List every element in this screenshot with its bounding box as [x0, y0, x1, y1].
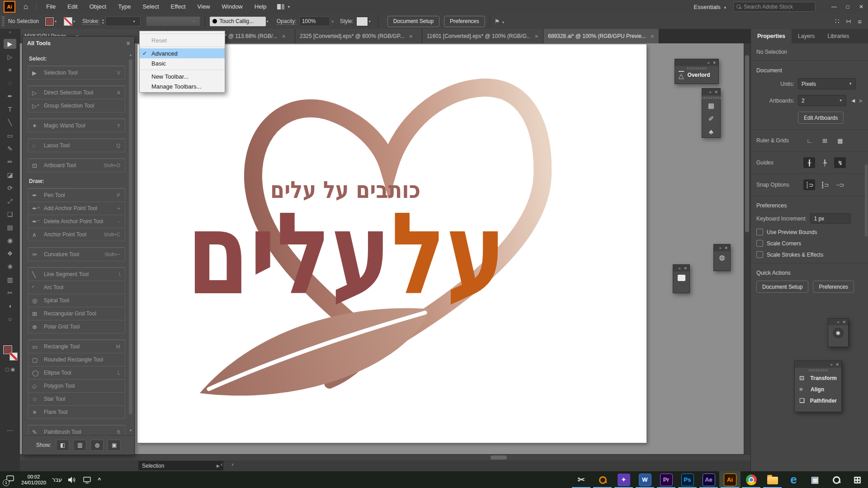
collapse-panel-icon[interactable]: » [678, 266, 680, 271]
horizontal-scrollbar-thumb[interactable] [491, 455, 507, 460]
show-artboards-button[interactable]: ▣ [108, 440, 121, 451]
previous-artboard-icon[interactable]: ◀ [852, 98, 855, 103]
stroke-weight-stepper[interactable]: ▴▾ [102, 18, 104, 24]
document-setup-button[interactable]: Document Setup [756, 281, 808, 293]
show-fill-stroke-button[interactable]: ◧ [56, 440, 69, 451]
zoom-tool-icon[interactable]: ○ [4, 314, 16, 324]
search-app-orange[interactable] [592, 471, 613, 488]
chevron-down-icon[interactable]: ▾ [267, 19, 269, 23]
tool-row[interactable]: ▶ Selection Tool V [28, 66, 125, 79]
snap-to-pixel-icon[interactable]: ┄⊃ [834, 179, 846, 190]
rotate-tool-icon[interactable]: ⟳ [4, 183, 16, 193]
control-bar-grip[interactable] [2, 16, 5, 26]
show-gradient-button[interactable]: ▥ [73, 440, 86, 451]
tool-row[interactable]: ◯ Ellipse Tool L [28, 366, 125, 379]
pen-tool-icon[interactable]: ✒ [4, 91, 16, 101]
context-menu-item[interactable]: Manage Toolbars... [140, 81, 225, 91]
pathfinder-item[interactable]: ❏ Pathfinder [795, 395, 841, 406]
panel-tab[interactable]: Libraries [821, 29, 855, 43]
document-tab[interactable]: 2325 [Converted].eps* @ 600% (RGB/GP... … [295, 29, 422, 43]
panel-scrollbar-thumb[interactable] [865, 164, 868, 237]
eyedropper-tool-icon[interactable]: ◉ [4, 235, 16, 245]
stroke-weight-field[interactable]: ▾ [105, 16, 141, 26]
vertical-scrollbar-thumb[interactable] [745, 55, 749, 232]
word[interactable]: W [634, 471, 656, 488]
start[interactable]: ⊞ [847, 471, 868, 488]
symbol-sprayer-tool-icon[interactable]: ❀ [4, 262, 16, 272]
close-icon[interactable]: ✕ [842, 320, 846, 324]
collapse-panel-icon[interactable]: » [709, 90, 711, 94]
checkbox-icon[interactable] [756, 240, 763, 247]
menu-item[interactable]: Select [137, 0, 165, 14]
storyboard-icon[interactable]: ▦ [708, 102, 714, 110]
club-icon[interactable]: ♣ [709, 128, 713, 136]
minimize-button[interactable]: — [827, 0, 841, 13]
stroke-label[interactable]: Stroke: [82, 18, 99, 25]
panel-menu-icon[interactable]: ≡ [858, 18, 862, 25]
units-dropdown[interactable]: Pixels▼ [798, 78, 856, 89]
panel-grip[interactable] [809, 369, 828, 371]
taskbar-clock[interactable]: 00:02 24/01/2020 [21, 474, 46, 486]
close-icon[interactable]: ✕ [409, 34, 412, 39]
tool-row[interactable]: ∧ Anchor Point Tool Shift+C [28, 228, 125, 241]
snap-to-grid-icon[interactable]: ┇⊃ [819, 179, 830, 190]
home-icon[interactable]: ⌂ [24, 2, 28, 11]
close-icon[interactable]: ✕ [684, 266, 687, 271]
chevron-down-icon[interactable]: ▾ [369, 19, 371, 23]
volume-icon[interactable] [68, 476, 77, 483]
tool-row[interactable]: ▭ Rectangle Tool M [28, 340, 125, 353]
grid-icon[interactable]: ⊞ [819, 135, 830, 146]
chevron-down-icon[interactable]: ▾ [288, 5, 290, 9]
illustrator[interactable]: Ai [719, 471, 741, 488]
blend-tool-icon[interactable]: ❖ [4, 249, 16, 258]
premiere[interactable]: Pr [656, 471, 677, 488]
chevron-down-icon[interactable]: ▾ [73, 19, 75, 23]
photoshop[interactable]: Ps [677, 471, 698, 488]
close-icon[interactable]: ✕ [535, 34, 538, 39]
menu-item[interactable]: Edit [61, 0, 83, 14]
tool-row[interactable]: ⊕ Polar Grid Tool [28, 320, 125, 333]
document-tab[interactable]: 689328.ai* @ 100% (RGB/GPU Previe... ✕ [543, 29, 659, 43]
vertical-scrollbar[interactable] [744, 43, 750, 455]
show-guides-icon[interactable]: ╂ [803, 157, 815, 168]
status-menu-arrow-icon[interactable]: ▶ [217, 464, 220, 468]
task-view[interactable]: ▣ [804, 471, 826, 488]
preference-checkbox[interactable]: Scale Corners [751, 238, 868, 249]
column-graph-tool-icon[interactable]: ▥ [4, 275, 16, 285]
panel-scrollbar-thumb[interactable] [129, 59, 132, 414]
brush-definition-dropdown[interactable]: Touch Callig... [210, 17, 266, 26]
tool-row[interactable]: ✒ Pen Tool P [28, 188, 125, 202]
network-icon[interactable] [83, 476, 92, 483]
purple-utility-app[interactable]: ✦ [613, 471, 634, 488]
tool-row[interactable]: ▷⁺ Group Selection Tool [28, 99, 125, 112]
language-indicator[interactable]: עבר [52, 476, 62, 483]
adobe-stock-search[interactable]: Search Adobe Stock [733, 2, 816, 12]
notification-center-icon[interactable]: 1 [5, 475, 15, 485]
gradient-tool-icon[interactable]: ▤ [4, 222, 16, 232]
stroke-swatch[interactable] [9, 352, 18, 361]
maximize-button[interactable]: □ [841, 0, 854, 13]
snipping-tool[interactable]: ✂ [571, 471, 592, 488]
graphic-style-swatch[interactable] [356, 17, 368, 26]
file-explorer[interactable] [762, 471, 783, 488]
chrome[interactable] [741, 471, 762, 488]
scroll-down-icon[interactable]: ▾ [128, 428, 133, 432]
variable-width-profile-dropdown[interactable]: ▾ [146, 16, 200, 26]
tool-row[interactable]: ✎ Paintbrush Tool B [28, 425, 125, 435]
horizontal-scrollbar[interactable] [20, 455, 750, 460]
tool-row[interactable]: ✶ Magic Wand Tool Y [28, 119, 125, 132]
panel-grip[interactable] [702, 97, 721, 99]
illustrator-logo-icon[interactable]: Ai [4, 1, 15, 13]
rectangle-tool-icon[interactable]: ▭ [4, 131, 16, 141]
menu-item[interactable]: Help [249, 0, 273, 14]
hidden-icons-chevron[interactable]: ^ [98, 477, 101, 483]
document-setup-button[interactable]: Document Setup [387, 16, 439, 27]
menu-item[interactable]: Object [84, 0, 113, 14]
pencil-tool-icon[interactable]: ✏ [4, 157, 16, 167]
lasso-tool-icon[interactable]: ◌ [4, 78, 16, 88]
menu-item[interactable]: View [192, 0, 216, 14]
search-taskbar[interactable] [826, 471, 847, 488]
tool-row[interactable]: ✒⁻ Delete Anchor Point Tool - [28, 215, 125, 228]
close-icon[interactable]: ✕ [714, 90, 718, 94]
document-tab[interactable]: 11601 [Converted].eps* @ 100% (RGB/G... … [422, 29, 543, 43]
